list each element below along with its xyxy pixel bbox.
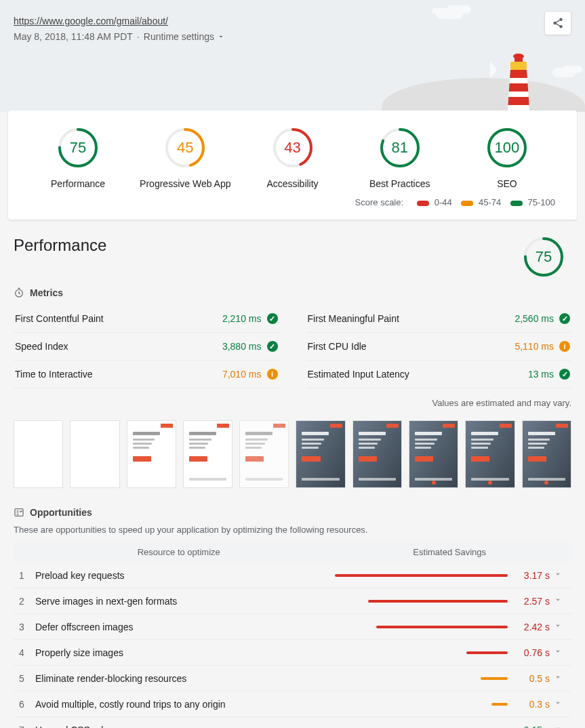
opportunity-name: Unused CSS rules xyxy=(35,725,334,729)
score-gauge-accessibility[interactable]: 43 Accessibility xyxy=(239,127,346,189)
opportunity-value: 2.57 s xyxy=(508,596,550,607)
opportunity-row[interactable]: 5 Eliminate render-blocking resources 0.… xyxy=(14,666,571,691)
metrics-subheader: Metrics xyxy=(14,287,571,298)
metric-row[interactable]: Speed Index 3,880 ms ✓ xyxy=(14,333,279,361)
chevron-down-icon xyxy=(550,672,566,684)
metric-value: 5,110 ms xyxy=(515,341,554,352)
gauge-label: Best Practices xyxy=(346,178,453,189)
opportunity-value: 2.42 s xyxy=(508,622,550,632)
audit-timestamp: May 8, 2018, 11:48 AM PDT xyxy=(14,31,133,42)
opportunity-name: Defer offscreen images xyxy=(35,622,334,632)
lighthouse-icon xyxy=(490,49,544,112)
check-icon: ✓ xyxy=(559,313,570,324)
metric-name: Time to Interactive xyxy=(15,369,93,380)
opportunity-index: 2 xyxy=(19,596,35,607)
svg-marker-6 xyxy=(509,83,529,92)
share-icon xyxy=(552,17,564,29)
check-icon: ✓ xyxy=(267,341,278,352)
opportunities-subheader: Opportunities xyxy=(14,507,571,518)
list-icon xyxy=(14,507,24,518)
check-icon: ✓ xyxy=(559,369,570,380)
metric-name: Estimated Input Latency xyxy=(308,369,409,380)
opportunity-bar xyxy=(334,701,508,708)
chevron-down-icon xyxy=(217,33,225,41)
filmstrip xyxy=(14,420,571,488)
metric-value: 7,010 ms xyxy=(222,369,262,380)
filmstrip-frame xyxy=(409,420,458,488)
metric-name: Speed Index xyxy=(15,341,68,352)
opportunity-bar xyxy=(334,624,508,630)
svg-marker-7 xyxy=(508,97,529,105)
metric-row[interactable]: First Meaningful Paint 2,560 ms ✓ xyxy=(306,305,572,333)
opportunity-name: Serve images in next-gen formats xyxy=(35,596,334,607)
legend-swatch xyxy=(461,201,473,206)
score-summary-card: 75 Performance 45 Progressive Web App 43… xyxy=(8,110,577,220)
chevron-down-icon xyxy=(550,698,566,710)
page-url-link[interactable]: https://www.google.com/gmail/about/ xyxy=(14,16,168,26)
filmstrip-frame xyxy=(14,420,63,488)
chevron-down-icon xyxy=(550,621,566,632)
stopwatch-icon xyxy=(14,287,24,298)
opportunity-index: 7 xyxy=(19,725,35,729)
opportunity-row[interactable]: 1 Preload key requests 3.17 s xyxy=(14,563,571,588)
opportunity-name: Preload key requests xyxy=(35,570,334,581)
chevron-down-icon xyxy=(550,647,566,658)
score-gauge-performance[interactable]: 75 Performance xyxy=(24,127,132,189)
performance-section: Performance 75 Metrics First Contentful … xyxy=(0,220,585,728)
metric-name: First Meaningful Paint xyxy=(308,313,399,324)
chevron-down-icon xyxy=(550,724,566,728)
opportunity-row[interactable]: 4 Properly size images 0.76 s xyxy=(14,640,571,666)
opportunity-row[interactable]: 2 Serve images in next-gen formats 2.57 … xyxy=(14,588,571,614)
filmstrip-frame xyxy=(465,420,515,488)
legend-swatch xyxy=(510,201,523,206)
score-gauge-progressive web app[interactable]: 45 Progressive Web App xyxy=(132,127,239,189)
metric-name: First CPU Idle xyxy=(308,341,367,352)
svg-rect-1 xyxy=(510,62,527,70)
runtime-settings-toggle[interactable]: Runtime settings xyxy=(144,31,225,42)
share-button[interactable] xyxy=(544,11,571,35)
legend-item: 45-74 xyxy=(461,197,504,207)
opportunities-table-header: Resource to optimize Estimated Savings xyxy=(14,542,571,563)
filmstrip-frame xyxy=(183,420,233,488)
metrics-footnote: Values are estimated and may vary. xyxy=(14,398,571,408)
opportunity-name: Avoid multiple, costly round trips to an… xyxy=(35,699,334,710)
gauge-label: Performance xyxy=(24,178,132,189)
gauge-label: Accessibility xyxy=(239,178,346,189)
metric-value: 2,560 ms xyxy=(515,313,554,324)
opportunity-bar xyxy=(334,649,508,656)
opportunity-index: 3 xyxy=(19,622,35,632)
legend-item: 0-44 xyxy=(417,197,454,207)
opportunity-name: Properly size images xyxy=(35,647,334,658)
legend-item: 75-100 xyxy=(510,197,555,207)
svg-marker-5 xyxy=(510,70,527,78)
info-icon: i xyxy=(559,341,570,352)
header-meta: May 8, 2018, 11:48 AM PDT · Runtime sett… xyxy=(14,31,571,42)
filmstrip-frame xyxy=(522,420,571,488)
metric-row[interactable]: Estimated Input Latency 13 ms ✓ xyxy=(306,361,572,388)
metric-value: 13 ms xyxy=(528,369,554,380)
opportunity-row[interactable]: 3 Defer offscreen images 2.42 s xyxy=(14,614,571,640)
opportunity-row[interactable]: 7 Unused CSS rules 0.15 s xyxy=(14,717,571,728)
opportunity-bar xyxy=(334,572,508,579)
metric-row[interactable]: First Contentful Paint 2,210 ms ✓ xyxy=(14,305,279,333)
filmstrip-frame xyxy=(70,420,119,488)
opportunity-row[interactable]: 6 Avoid multiple, costly round trips to … xyxy=(14,691,571,717)
filmstrip-frame xyxy=(239,420,289,488)
opportunity-value: 3.17 s xyxy=(508,570,550,581)
metric-value: 3,880 ms xyxy=(222,341,262,352)
opportunity-value: 0.76 s xyxy=(508,647,550,658)
filmstrip-frame xyxy=(127,420,176,488)
opportunity-index: 6 xyxy=(19,699,35,710)
filmstrip-frame xyxy=(352,420,402,488)
ground-decoration xyxy=(382,78,585,112)
opportunity-index: 5 xyxy=(19,673,35,684)
cloud-icon xyxy=(552,68,576,77)
metric-row[interactable]: Time to Interactive 7,010 ms i xyxy=(14,361,279,388)
score-gauge-best practices[interactable]: 81 Best Practices xyxy=(346,127,453,189)
score-legend: Score scale: 0-44 45-74 75-100 xyxy=(24,189,561,211)
check-icon: ✓ xyxy=(267,313,278,324)
metric-row[interactable]: First CPU Idle 5,110 ms i xyxy=(306,333,572,361)
score-gauge-seo[interactable]: 100 SEO xyxy=(453,127,561,189)
opportunities-description: These are opportunities to speed up your… xyxy=(14,525,571,535)
opportunity-bar xyxy=(334,675,508,682)
